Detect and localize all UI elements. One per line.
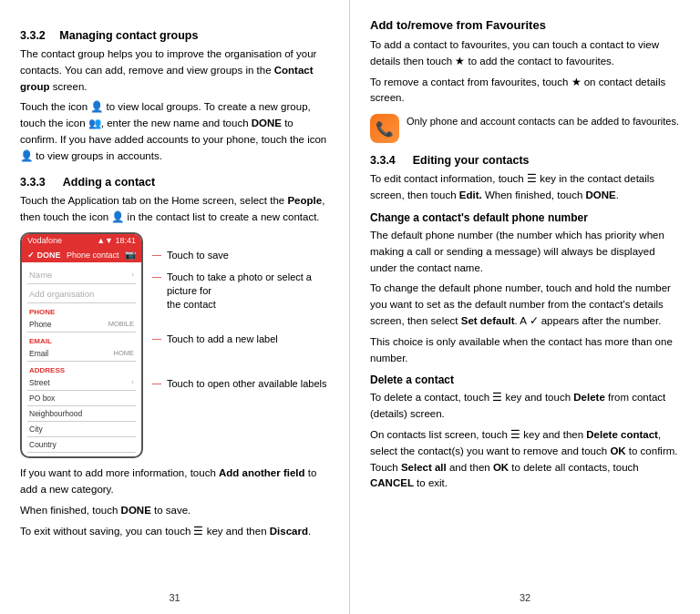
change-para3: This choice is only available when the c… (370, 334, 680, 367)
callout-1: Touch to save (160, 249, 329, 262)
delete-para2: On contacts list screen, touch ☰ key and… (370, 427, 680, 492)
delete-contact-title: Delete a contact (370, 374, 680, 386)
phone-status-bar: Vodafone ▲▼ 18:41 (22, 234, 141, 247)
section-334-header: 3.3.4 Editing your contacts (370, 154, 680, 167)
section-333-title: Adding a contact (63, 176, 155, 189)
callout-photo: Touch to take a photo or select a pictur… (160, 271, 329, 312)
phone-neighbourhood-row[interactable]: Neighbourhood (27, 406, 136, 422)
phone-org-field[interactable]: Add organisation (27, 285, 136, 303)
phone-name-field[interactable]: Name › (27, 266, 136, 284)
add-remove-fav-title: Add to/remove from Favourites (370, 18, 680, 32)
section-334-number: 3.3.4 (370, 154, 396, 167)
phone-done-btn[interactable]: ✓ DONE (27, 251, 61, 260)
section-333-header: 3.3.3 Adding a contact (20, 176, 329, 189)
delete-para1: To delete a contact, touch ☰ key and tou… (370, 390, 680, 423)
phone-signal: ▲▼ 18:41 (97, 236, 136, 245)
callout-other-labels: Touch to open other available labels (160, 377, 329, 391)
change-para2: To change the default phone number, touc… (370, 281, 680, 329)
change-para1: The default phone number (the number whi… (370, 228, 680, 276)
callout-3: Touch to add a new label (160, 333, 329, 346)
section-332-body: The contact group helps you to improve t… (20, 46, 329, 95)
phone-city-row[interactable]: City (27, 422, 136, 437)
section-332-para1: Touch the icon 👤 to view local groups. T… (20, 99, 329, 164)
section-332-number: 3.3.2 (20, 29, 46, 42)
phone-pobox-row[interactable]: PO box (27, 391, 136, 406)
callout-2: Touch to take a photo or select a pictur… (160, 271, 329, 312)
add-field-para: If you want to add more information, tou… (20, 466, 329, 498)
info-box-text: Only phone and account contacts can be a… (407, 114, 680, 129)
left-page-number: 31 (169, 592, 180, 603)
phone-mockup: Vodafone ▲▼ 18:41 ✓ DONE Phone contact 📷… (20, 232, 143, 458)
section-332-header: 3.3.2 Managing contact groups (20, 29, 329, 42)
phone-phone-row[interactable]: Phone MOBILE (27, 317, 136, 333)
right-page-number: 32 (520, 592, 530, 603)
phone-body: Name › Add organisation PHONE Phone MOBI… (22, 262, 141, 456)
section-332-title: Managing contact groups (59, 29, 198, 42)
right-page: Add to/remove from Favourites To add a c… (350, 0, 700, 614)
when-finished-para: When finished, touch DONE to save. (20, 503, 329, 519)
phone-country-row[interactable]: Country (27, 437, 136, 453)
info-box: 📞 Only phone and account contacts can be… (370, 114, 680, 143)
edit-para1: To edit contact information, touch ☰ key… (370, 171, 680, 204)
section-334-title: Editing your contacts (413, 154, 530, 167)
change-default-title: Change a contact's default phone number (370, 211, 680, 224)
callout-4: Touch to open other available labels (160, 377, 329, 391)
section-333-para1: Touch the Application tab on the Home sc… (20, 193, 329, 226)
info-icon: 📞 (370, 114, 399, 143)
add-fav-para2: To remove a contact from favourites, tou… (370, 75, 680, 107)
exit-para: To exit without saving, you can touch ☰ … (20, 524, 329, 540)
phone-section-email: EMAIL (27, 337, 136, 345)
left-page: 3.3.2 Managing contact groups The contac… (0, 0, 350, 614)
phone-email-row[interactable]: Email HOME (27, 346, 136, 362)
phone-camera-icon[interactable]: 📷 (125, 250, 136, 260)
add-fav-para1: To add a contact to favourites, you can … (370, 37, 680, 70)
phone-action-bar: ✓ DONE Phone contact 📷 (22, 247, 141, 262)
phone-section-address: ADDRESS (27, 366, 136, 374)
callout-area: Touch to save Touch to take a photo or s… (150, 232, 329, 458)
phone-network: Vodafone (27, 236, 62, 245)
callout-save: Touch to save (160, 249, 329, 262)
phone-section: Vodafone ▲▼ 18:41 ✓ DONE Phone contact 📷… (20, 232, 329, 458)
phone-section-phone: PHONE (27, 308, 136, 316)
phone-contact-title: Phone contact (65, 251, 121, 260)
callout-label: Touch to add a new label (160, 333, 329, 346)
section-333-number: 3.3.3 (20, 176, 46, 189)
phone-street-row[interactable]: Street › (27, 375, 136, 391)
